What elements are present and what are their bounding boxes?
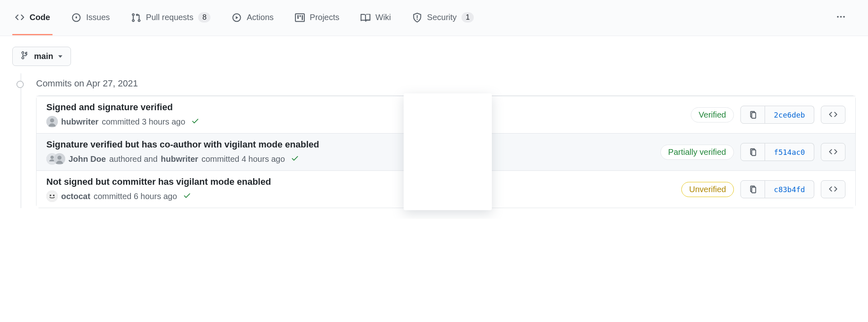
tab-label: Projects [310,13,339,22]
svg-point-1 [837,16,838,18]
browse-repo-button[interactable] [821,143,845,161]
svg-point-8 [57,156,62,160]
svg-point-10 [50,195,51,196]
commits-date-heading: Commits on Apr 27, 2021 [36,78,856,89]
branch-icon [21,51,29,61]
avatar-pair[interactable] [46,153,65,165]
check-icon[interactable] [191,117,199,127]
avatar [54,153,65,165]
sha-link[interactable]: c83b4fd [765,180,814,198]
code-icon [15,13,25,23]
repo-nav: Code Issues Pull requests 8 Actions Proj… [0,0,868,36]
sha-link[interactable]: f514ac0 [765,143,814,161]
commits-timeline: Commits on Apr 27, 2021 Signed and signa… [12,78,856,208]
commit-title[interactable]: Not signed but committer has vigilant mo… [46,177,681,187]
svg-point-3 [843,16,845,18]
commit-title[interactable]: Signed and signature verified [46,102,691,113]
projects-icon [295,13,305,23]
tab-wiki[interactable]: Wiki [358,1,393,35]
tab-actions[interactable]: Actions [229,1,276,35]
timeline-marker [16,81,24,88]
author-link[interactable]: John Doe [69,154,106,164]
commit-meta: hubwriter committed 3 hours ago [46,116,691,127]
commit-list: Signed and signature verified hubwriter … [36,95,856,208]
tab-security[interactable]: Security 1 [410,1,476,35]
pull-request-icon [131,13,141,23]
svg-point-9 [46,190,58,202]
commit-title[interactable]: Signature verified but has co-author wit… [46,139,660,150]
verification-badge[interactable]: Partially verified [660,145,734,160]
sha-button-group: f514ac0 [740,143,814,161]
avatar[interactable] [46,116,58,127]
browse-repo-button[interactable] [821,106,845,124]
sha-link[interactable]: 2ce6deb [765,106,814,124]
tab-pulls[interactable]: Pull requests 8 [129,1,213,35]
browse-repo-button[interactable] [821,180,845,198]
tab-code[interactable]: Code [12,1,53,35]
commit-time: committed 3 hours ago [102,117,185,127]
pulls-count: 8 [198,12,210,23]
avatar[interactable] [46,190,58,202]
tab-label: Security [427,13,457,22]
svg-point-0 [75,17,77,18]
content: main Commits on Apr 27, 2021 Signed and … [0,36,868,219]
committer-link[interactable]: hubwriter [161,154,198,164]
tab-label: Wiki [375,13,391,22]
sha-button-group: 2ce6deb [740,106,814,124]
tab-label: Code [30,13,50,22]
svg-point-2 [840,16,842,18]
tab-label: Actions [247,13,274,22]
commit-row: Signature verified but has co-author wit… [37,133,855,170]
copy-sha-button[interactable] [740,180,765,198]
verification-badge[interactable]: Verified [691,107,734,122]
meta-text: authored and [109,154,158,164]
tab-projects[interactable]: Projects [292,1,342,35]
commit-meta: octocat committed 6 hours ago [46,190,681,202]
svg-point-5 [50,118,54,122]
branch-select-button[interactable]: main [12,47,71,66]
tab-label: Issues [86,13,110,22]
sha-button-group: c83b4fd [740,180,814,198]
author-link[interactable]: hubwriter [61,117,98,127]
tab-issues[interactable]: Issues [69,1,112,35]
commit-meta: John Doe authored and hubwriter committe… [46,153,660,165]
timeline-line [21,73,21,208]
actions-icon [232,13,242,23]
commit-time: committed 6 hours ago [94,192,177,201]
check-icon[interactable] [291,154,299,164]
commit-time: committed 4 hours ago [201,154,285,164]
check-icon[interactable] [183,191,191,202]
caret-down-icon [58,55,62,58]
issues-icon [71,13,81,23]
author-link[interactable]: octocat [61,192,90,201]
svg-point-11 [53,195,55,196]
more-menu-button[interactable] [833,9,849,27]
branch-name: main [34,52,53,61]
commit-row: Signed and signature verified hubwriter … [37,96,855,133]
copy-sha-button[interactable] [740,143,765,161]
commit-row: Not signed but committer has vigilant mo… [37,170,855,208]
security-count: 1 [461,12,474,23]
copy-sha-button[interactable] [740,106,765,124]
shield-icon [412,13,422,23]
verification-badge[interactable]: Unverified [681,182,734,197]
tab-label: Pull requests [146,13,194,22]
book-icon [361,13,370,23]
